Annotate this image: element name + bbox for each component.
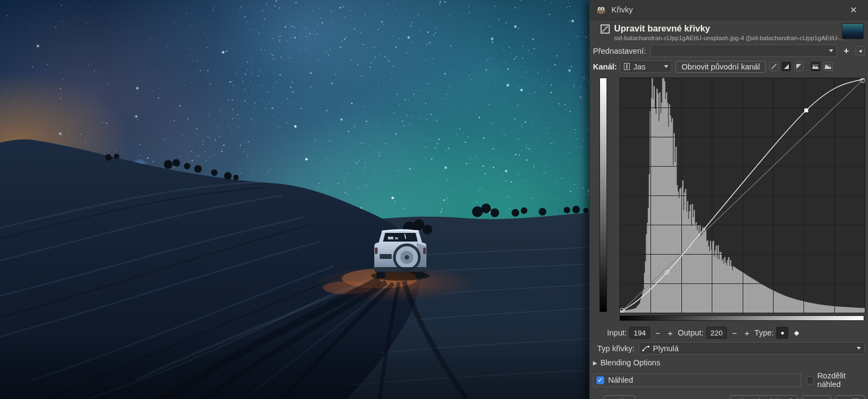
channel-value: Jas <box>633 62 661 71</box>
preview-frame: ✓ Náhled <box>593 373 801 387</box>
image-thumbnail <box>842 23 864 39</box>
blending-options-expander[interactable]: ▶ Blending Options <box>590 356 868 369</box>
reset-channel-button[interactable]: Obnovit původní kanál <box>675 61 765 73</box>
smooth-curve-icon[interactable] <box>782 62 791 71</box>
preview-label: Náhled <box>608 376 633 384</box>
channel-label: Kanál: <box>593 62 617 71</box>
curve-canvas[interactable] <box>620 78 865 313</box>
log-histogram-icon[interactable] <box>824 62 833 71</box>
output-label: Output: <box>678 328 704 337</box>
chevron-down-icon <box>829 49 833 52</box>
add-preset-button[interactable]: + <box>841 46 851 56</box>
preview-checkbox[interactable]: ✓ <box>596 376 604 384</box>
freehand-curve-icon[interactable] <box>794 62 803 71</box>
image-canvas[interactable] <box>0 0 589 399</box>
linear-curve-icon[interactable] <box>769 62 778 71</box>
chevron-down-icon <box>664 65 668 68</box>
reset-defaults-button[interactable]: Obnovit výchozí <box>730 395 797 399</box>
curve-type-value: Plynulá <box>653 344 853 353</box>
presets-combo[interactable] <box>650 45 837 57</box>
titlebar[interactable]: Křivky ✕ <box>590 0 868 20</box>
split-view-checkbox[interactable] <box>807 376 814 384</box>
window-title: Křivky <box>611 5 633 14</box>
curves-dialog: Křivky ✕ Upravit barevné křivky sid-bala… <box>589 0 868 399</box>
input-label: Input: <box>607 328 627 337</box>
linear-histogram-icon[interactable] <box>811 62 820 71</box>
ok-button[interactable]: OK <box>802 395 831 399</box>
input-gradient-strip <box>620 315 864 321</box>
presets-label: Přednastavení: <box>593 47 646 55</box>
preset-menu-button[interactable]: ◂ <box>856 46 865 55</box>
desert-terrain <box>0 0 589 399</box>
dialog-header: Upravit barevné křivky sid-balachandran-… <box>590 20 868 42</box>
image-filename: sid-balachandran-cUpp1gAEtiU-unsplash.jp… <box>614 35 844 41</box>
gimp-wilber-icon <box>596 5 606 14</box>
curve-plot-area <box>590 74 868 330</box>
curve-type-combo[interactable]: Plynulá <box>639 342 865 354</box>
cancel-button[interactable]: Zrušit <box>835 395 865 399</box>
blending-options-label: Blending Options <box>601 358 660 367</box>
curve-type-label: Typ křivky: <box>597 344 634 353</box>
output-gradient-strip <box>599 78 607 312</box>
smooth-curve-glyph-icon <box>642 345 649 351</box>
split-view-label: Rozdělit náhled <box>817 371 865 389</box>
close-button[interactable]: ✕ <box>846 4 861 16</box>
dialog-heading: Upravit barevné křivky <box>614 23 844 34</box>
expander-arrow-icon: ▶ <box>593 360 597 366</box>
curves-tool-icon <box>601 24 610 34</box>
channel-combo[interactable]: Jas <box>620 60 672 73</box>
point-type-label: Type: <box>755 328 774 337</box>
luminance-channel-icon <box>624 63 630 70</box>
help-button[interactable]: Help <box>604 395 635 399</box>
chevron-down-icon <box>857 347 861 350</box>
